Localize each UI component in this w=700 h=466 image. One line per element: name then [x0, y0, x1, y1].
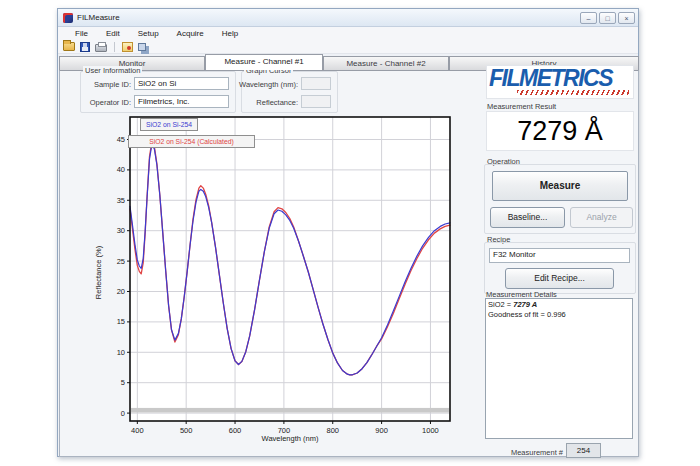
y-tick-label: 15 — [117, 317, 125, 326]
tab-measure-channel-2[interactable]: Measure - Channel #2 — [323, 56, 449, 70]
y-tick-label: 25 — [117, 257, 125, 266]
tab-measure-channel-1[interactable]: Measure - Channel #1 — [205, 54, 323, 70]
operator-id-input[interactable]: Filmetrics, Inc. — [134, 95, 229, 108]
details-line-thickness: SiO2 = 7279 A — [488, 300, 630, 310]
measurement-details-list[interactable]: SiO2 = 7279 A Goodness of fit = 0.996 — [485, 298, 633, 439]
thickness-value: 7279 A — [513, 300, 537, 309]
title-bar[interactable]: FILMeasure – □ × — [58, 9, 638, 27]
menu-file[interactable]: File — [66, 29, 97, 38]
menu-acquire[interactable]: Acquire — [168, 29, 213, 38]
operator-id-label: Operator ID: — [81, 98, 131, 107]
window-controls: – □ × — [580, 12, 635, 24]
x-tick-label: 500 — [180, 426, 193, 435]
y-tick-label: 0 — [121, 409, 125, 418]
chart-plot-area[interactable]: 4005006007008009001000051015202530354045 — [92, 108, 472, 453]
baseline-band — [131, 408, 449, 413]
legend-measured: SiO2 on Si-254 — [140, 118, 198, 131]
x-tick-label: 1000 — [422, 426, 439, 435]
recipe-select[interactable]: F32 Monitor — [489, 248, 630, 263]
tab-page-measure-channel-1: User Information Sample ID: SiO2 on Si O… — [59, 70, 639, 457]
close-button[interactable]: × — [618, 12, 635, 24]
desktop-canvas: FILMeasure – □ × FileEditSetupAcquireHel… — [0, 0, 700, 466]
cursor-wavelength-value — [301, 77, 331, 90]
toolbar — [58, 40, 638, 54]
menu-help[interactable]: Help — [213, 29, 247, 38]
acquire-icon[interactable] — [122, 42, 133, 52]
measurement-number-label: Measurement # — [508, 448, 563, 457]
baseline-button[interactable]: Baseline... — [490, 207, 565, 228]
save-icon[interactable] — [80, 42, 90, 52]
analyze-button: Analyze — [570, 207, 633, 228]
print-icon[interactable] — [95, 44, 107, 52]
reflectance-chart[interactable]: 4005006007008009001000051015202530354045… — [92, 108, 472, 453]
measurement-number-value: 254 — [566, 443, 601, 458]
cursor-wavelength-label: Wavelength (nm): — [232, 80, 298, 89]
toolbar-separator — [114, 42, 115, 52]
copy-icon[interactable] — [138, 43, 146, 51]
y-tick-label: 45 — [117, 135, 125, 144]
y-tick-label: 20 — [117, 287, 125, 296]
measure-button[interactable]: Measure — [492, 171, 628, 201]
minimize-button[interactable]: – — [580, 12, 597, 24]
app-window: FILMeasure – □ × FileEditSetupAcquireHel… — [57, 8, 639, 457]
x-tick-label: 900 — [375, 426, 388, 435]
measurement-result-title: Measurement Result — [487, 102, 556, 111]
details-line-gof: Goodness of fit = 0.996 — [488, 310, 630, 320]
y-tick-label: 5 — [121, 378, 125, 387]
y-axis-label: Reflectance (%) — [94, 223, 103, 323]
menu-edit[interactable]: Edit — [97, 29, 129, 38]
sample-id-input[interactable]: SiO2 on Si — [134, 77, 229, 90]
x-axis-label: Wavelength (nm) — [230, 434, 350, 443]
cursor-reflectance-label: Reflectance: — [232, 98, 298, 107]
edit-recipe-button[interactable]: Edit Recipe... — [505, 268, 614, 289]
window-title: FILMeasure — [77, 13, 120, 22]
y-tick-label: 35 — [117, 196, 125, 205]
menu-bar: FileEditSetupAcquireHelp — [58, 27, 638, 40]
y-tick-label: 30 — [117, 226, 125, 235]
filmetrics-logo-text: FILMETRICS — [487, 66, 633, 90]
maximize-button[interactable]: □ — [599, 12, 616, 24]
open-icon[interactable] — [63, 42, 75, 51]
user-information-title: User Information — [83, 66, 142, 75]
y-tick-label: 40 — [117, 165, 125, 174]
cursor-reflectance-value — [301, 95, 331, 108]
menu-setup[interactable]: Setup — [129, 29, 168, 38]
measurement-result-value: 7279 Å — [517, 116, 603, 146]
legend-calculated: SiO2 on Si-254 (Calculated) — [128, 135, 255, 148]
measurement-result-box: 7279 Å — [486, 111, 634, 151]
logo-hatch-decoration — [517, 90, 629, 95]
app-icon — [63, 13, 73, 23]
y-tick-label: 10 — [117, 348, 125, 357]
filmetrics-logo: FILMETRICS — [486, 65, 634, 99]
sample-id-label: Sample ID: — [87, 80, 131, 89]
x-tick-label: 400 — [131, 426, 144, 435]
